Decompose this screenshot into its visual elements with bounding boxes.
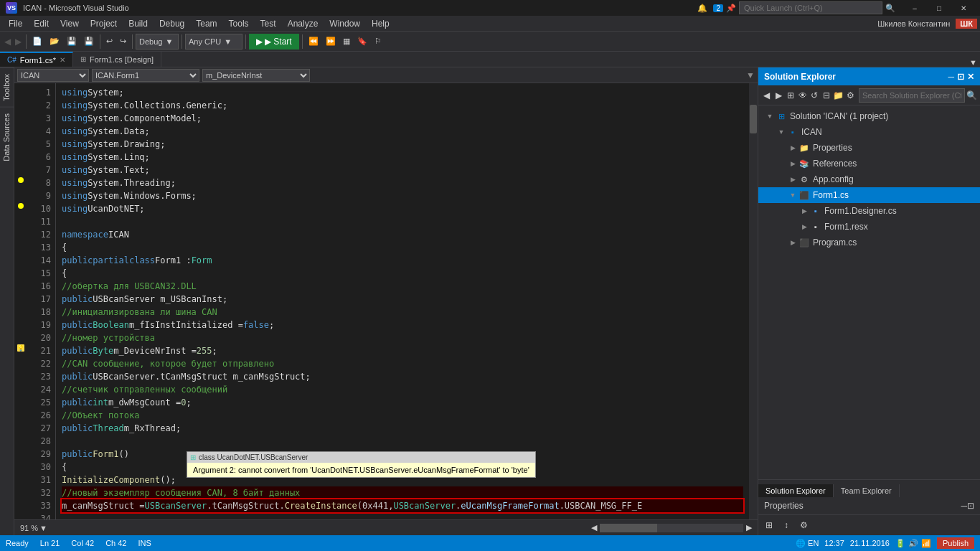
nav-extra[interactable]: ▼ — [746, 70, 755, 80]
panel-close[interactable]: ✕ — [967, 72, 974, 82]
properties-toolbar: ⊞ ↕ ⚙ — [758, 515, 980, 535]
tree-item-2[interactable]: ▶📁Properties — [758, 140, 980, 156]
tree-icon-file-designer: ▪ — [810, 205, 821, 217]
user-badge: ШК — [956, 19, 977, 29]
class-selector[interactable]: ICAN.Form1 — [92, 69, 199, 82]
menu-analyze[interactable]: Analyze — [282, 17, 324, 30]
toolbar-extra-3[interactable]: ▦ — [340, 34, 353, 50]
toolbar-extra-5[interactable]: ⚐ — [372, 34, 385, 50]
code-line-1: using System; — [62, 86, 743, 99]
close-button[interactable]: ✕ — [953, 1, 974, 14]
code-line-19: public Boolean m_fIsInstInitialized = fa… — [62, 319, 743, 331]
tab-solution-explorer[interactable]: Solution Explorer — [758, 484, 834, 497]
quick-launch-input[interactable] — [739, 1, 882, 14]
forward-button[interactable]: ▶ — [14, 37, 23, 47]
props-float[interactable]: ⊡ — [967, 501, 974, 511]
se-refresh[interactable]: ↺ — [809, 88, 820, 103]
open-btn[interactable]: 📂 — [47, 34, 62, 50]
tab-form1-cs[interactable]: C# Form1.cs* ✕ — [0, 52, 73, 67]
se-properties[interactable]: ⊞ — [785, 88, 796, 103]
horizontal-scrollbar[interactable] — [600, 524, 743, 532]
toolbar-sep-1 — [26, 34, 27, 49]
namespace-selector[interactable]: ICAN — [17, 69, 89, 82]
scroll-right[interactable]: ▶ — [746, 523, 752, 532]
code-area[interactable]: 💡 12345678910111213141516171819202122232… — [14, 83, 758, 519]
tree-item-1[interactable]: ▼▪ICAN — [758, 124, 980, 140]
start-button[interactable]: ▶ ▶ Start — [249, 34, 299, 50]
zoom-arrow[interactable]: ▼ — [39, 524, 47, 532]
props-extra[interactable]: ⚙ — [796, 517, 811, 533]
se-collapse[interactable]: ⊟ — [821, 88, 832, 103]
notification-icon[interactable]: 🔔 — [697, 4, 707, 13]
toolbar-extra-1[interactable]: ⏪ — [306, 34, 321, 50]
search-icon[interactable]: 🔍 — [885, 4, 895, 13]
menu-window[interactable]: Window — [324, 17, 366, 30]
se-back[interactable]: ◀ — [761, 88, 772, 103]
new-project-btn[interactable]: 📄 — [29, 34, 45, 50]
tree-item-3[interactable]: ▶📚References — [758, 156, 980, 171]
menu-help[interactable]: Help — [366, 17, 395, 30]
code-line-16: //обертка для USBCAN32.DLL — [62, 280, 743, 293]
scroll-left[interactable]: ◀ — [591, 523, 597, 532]
menu-test[interactable]: Test — [255, 17, 282, 30]
tree-item-5[interactable]: ▼⬛Form1.cs — [758, 187, 980, 203]
tree-icon-references: 📚 — [798, 158, 810, 169]
publish-button[interactable]: Publish — [937, 537, 974, 549]
tree-item-4[interactable]: ▶⚙App.config — [758, 171, 980, 187]
tab-form1-design[interactable]: ⊞ Form1.cs [Design] — [73, 52, 161, 67]
se-search-btn[interactable]: 🔍 — [966, 88, 977, 103]
menu-team[interactable]: Team — [190, 17, 222, 30]
status-col: Col 42 — [71, 539, 94, 547]
member-selector[interactable]: m_DeviceNrInst — [202, 69, 310, 82]
menu-project[interactable]: Project — [85, 17, 123, 30]
redo-btn[interactable]: ↪ — [117, 34, 129, 50]
tree-item-8[interactable]: ▶⬛Program.cs — [758, 235, 980, 250]
h-scrollbar-thumb[interactable] — [600, 524, 657, 532]
code-line-11 — [62, 215, 743, 228]
toolbox-tab[interactable]: Toolbox — [0, 67, 14, 107]
tab-team-explorer[interactable]: Team Explorer — [834, 484, 900, 497]
tab-list-button[interactable]: ▼ — [966, 58, 980, 67]
menu-build[interactable]: Build — [123, 17, 154, 30]
menu-debug[interactable]: Debug — [154, 17, 190, 30]
play-icon: ▶ — [256, 37, 263, 47]
props-categorized[interactable]: ⊞ — [761, 517, 777, 533]
code-line-18: //инициализирована ли шина CAN — [62, 306, 743, 319]
undo-btn[interactable]: ↩ — [103, 34, 116, 50]
maximize-button[interactable]: □ — [928, 1, 950, 14]
se-new-folder[interactable]: 📁 — [833, 88, 844, 103]
editor-scrollbar[interactable] — [749, 83, 758, 519]
se-forward[interactable]: ▶ — [773, 88, 784, 103]
panel-pin[interactable]: ─ — [948, 72, 954, 82]
code-line-33: m_canMsgStruct = USBcanServer.tCanMsgStr… — [62, 499, 743, 512]
code-line-5: using System.Drawing; — [62, 138, 743, 151]
pin-icon[interactable]: 📌 — [726, 4, 736, 13]
scrollbar-thumb[interactable] — [750, 105, 757, 133]
props-alphabetical[interactable]: ↕ — [778, 517, 794, 533]
tree-item-7[interactable]: ▶▪Form1.resx — [758, 219, 980, 235]
datasources-tab[interactable]: Data Sources — [0, 107, 14, 167]
menu-file[interactable]: File — [3, 17, 28, 30]
panel-float[interactable]: ⊡ — [957, 72, 964, 82]
status-left: Ready Ln 21 Col 42 Ch 42 INS — [6, 539, 151, 547]
save-btn[interactable]: 💾 — [64, 34, 80, 50]
props-pin[interactable]: ─ — [961, 501, 967, 511]
code-line-12: namespace ICAN — [62, 228, 743, 241]
platform-dropdown[interactable]: Any CPU ▼ — [185, 34, 242, 50]
se-show-all[interactable]: 👁 — [797, 88, 808, 103]
tree-item-6[interactable]: ▶▪Form1.Designer.cs — [758, 203, 980, 219]
toolbar-extra-4[interactable]: 🔖 — [354, 34, 370, 50]
menu-view[interactable]: View — [55, 17, 85, 30]
menu-tools[interactable]: Tools — [223, 17, 255, 30]
se-search-input[interactable] — [859, 88, 965, 103]
tree-item-0[interactable]: ▼⊞Solution 'ICAN' (1 project) — [758, 108, 980, 124]
back-button[interactable]: ◀ — [3, 37, 12, 47]
tab-close-0[interactable]: ✕ — [60, 56, 65, 64]
menu-edit[interactable]: Edit — [28, 17, 55, 30]
user-name: Шкилев Константин — [877, 19, 950, 28]
config-dropdown[interactable]: Debug ▼ — [136, 34, 179, 50]
minimize-button[interactable]: – — [904, 1, 925, 14]
save-all-btn[interactable]: 💾 — [81, 34, 97, 50]
toolbar-extra-2[interactable]: ⏩ — [323, 34, 339, 50]
se-settings[interactable]: ⚙ — [845, 88, 856, 103]
